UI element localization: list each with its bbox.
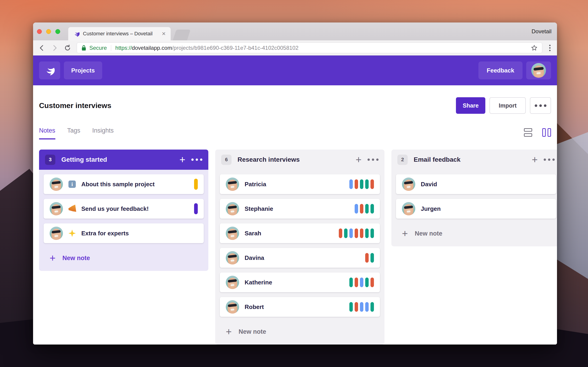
card-title: About this sample project [81, 181, 155, 188]
tag-pill-green [349, 302, 353, 312]
dovetail-bird-icon [44, 65, 55, 76]
column-menu-icon[interactable] [367, 158, 379, 161]
note-card[interactable]: Send us your feedback! [44, 199, 204, 219]
section-tabs: NotesTagsInsights [33, 126, 557, 140]
tab-insights[interactable]: Insights [92, 127, 114, 140]
column-count-badge: 6 [221, 155, 232, 165]
tag-pill-red [355, 228, 358, 238]
card-title: Extra for experts [81, 230, 129, 237]
card-author-avatar [50, 177, 63, 191]
card-title: Sarah [245, 230, 261, 237]
tab-tags[interactable]: Tags [67, 127, 80, 140]
board-column: 3 Getting started + About this sample pr… [39, 150, 208, 271]
url-host: dovetailapp.com [132, 45, 172, 51]
card-author-avatar [402, 177, 415, 191]
column-menu-icon[interactable] [544, 158, 555, 161]
info-emoji-icon [69, 181, 76, 188]
note-card[interactable]: Katherine [220, 273, 380, 292]
note-card[interactable]: Extra for experts [44, 223, 204, 243]
minimize-window-button[interactable] [46, 29, 51, 34]
card-title: Jurgen [421, 205, 441, 212]
card-tag-pills [355, 204, 374, 214]
note-card[interactable]: Stephanie [220, 199, 380, 219]
reload-icon[interactable] [64, 44, 71, 52]
tag-pill-blue [355, 204, 358, 214]
card-author-avatar [226, 251, 239, 265]
plus-icon: + [226, 327, 232, 337]
tag-pill-blue [365, 302, 369, 312]
browser-window: Customer interviews – Dovetail × Dovetai… [33, 23, 557, 344]
nav-projects-button[interactable]: Projects [64, 61, 102, 79]
column-cards: Patricia Stephanie Sarah Davina Katherin… [215, 170, 384, 323]
card-title: David [421, 181, 437, 188]
feedback-button[interactable]: Feedback [478, 61, 523, 79]
secure-label: Secure [89, 45, 107, 51]
tab-close-icon[interactable]: × [162, 31, 166, 37]
card-author-avatar [226, 227, 239, 240]
column-cards: David Jurgen [391, 170, 557, 224]
note-card[interactable]: Patricia [220, 174, 380, 194]
ellipsis-icon [535, 104, 546, 107]
tag-pill-red [355, 302, 358, 312]
url-path: /projects/b981e690-c369-11e7-b41c-4102c0… [172, 45, 299, 51]
forward-icon[interactable] [51, 44, 58, 52]
column-cards: About this sample project Send us your f… [39, 170, 208, 249]
page-header: Customer interviews Share Import [33, 85, 557, 114]
card-author-avatar [50, 202, 63, 215]
card-author-avatar [226, 300, 239, 314]
sparkles-emoji-icon [69, 230, 76, 237]
browser-tab-strip: Customer interviews – Dovetail × Dovetai… [33, 23, 557, 40]
card-author-avatar [226, 276, 239, 289]
card-title: Robert [245, 303, 264, 311]
window-controls [37, 29, 60, 34]
account-menu-button[interactable] [526, 61, 551, 79]
back-icon[interactable] [38, 44, 45, 52]
list-view-icon[interactable] [524, 128, 532, 137]
page-actions: Share Import [456, 97, 551, 114]
note-card[interactable]: Jurgen [396, 199, 556, 219]
dovetail-logo-button[interactable] [39, 61, 60, 79]
share-button[interactable]: Share [456, 97, 485, 114]
note-card[interactable]: Sarah [220, 223, 380, 243]
column-add-icon[interactable]: + [532, 155, 538, 165]
column-count-badge: 2 [397, 155, 408, 165]
column-add-icon[interactable]: + [355, 155, 362, 165]
new-note-button[interactable]: + New note [391, 224, 557, 246]
tag-pill-green [371, 204, 374, 214]
browser-profile-name[interactable]: Dovetail [531, 23, 552, 40]
new-note-label: New note [239, 328, 266, 335]
note-card[interactable]: About this sample project [44, 174, 204, 194]
tag-pill-green [365, 277, 369, 287]
new-note-button[interactable]: + New note [39, 249, 208, 271]
tag-pill-red [360, 228, 363, 238]
tag-pill-purple [194, 203, 198, 214]
column-menu-icon[interactable] [191, 158, 202, 161]
page-title: Customer interviews [39, 101, 111, 110]
import-button[interactable]: Import [489, 97, 526, 114]
bookmark-star-icon[interactable] [531, 44, 538, 52]
note-card[interactable]: Davina [220, 248, 380, 268]
new-note-button[interactable]: + New note [215, 323, 384, 344]
card-title: Patricia [245, 181, 266, 188]
card-tag-pills [349, 179, 374, 189]
board-view-icon[interactable] [542, 128, 551, 137]
new-tab-button[interactable] [173, 30, 190, 40]
tag-pill-green [371, 253, 374, 263]
more-options-button[interactable] [530, 97, 551, 114]
browser-menu-icon[interactable] [548, 45, 552, 51]
browser-tab[interactable]: Customer interviews – Dovetail × [68, 27, 171, 40]
notes-board: 3 Getting started + About this sample pr… [33, 150, 557, 344]
column-add-icon[interactable]: + [179, 155, 185, 165]
address-bar[interactable]: Secure https://dovetailapp.com/projects/… [77, 42, 542, 53]
megaphone-emoji-icon [68, 205, 76, 213]
note-card[interactable]: David [396, 174, 556, 194]
tab-notes[interactable]: Notes [39, 127, 55, 140]
tag-pill-red [371, 277, 374, 287]
column-header: 6 Research interviews + [215, 150, 384, 170]
zoom-window-button[interactable] [55, 29, 60, 34]
url-text: https://dovetailapp.com/projects/b981e69… [115, 45, 298, 51]
note-card[interactable]: Robert [220, 297, 380, 317]
close-window-button[interactable] [37, 29, 42, 34]
app-header: Projects Feedback [33, 56, 557, 85]
tag-pill-blue [349, 228, 353, 238]
